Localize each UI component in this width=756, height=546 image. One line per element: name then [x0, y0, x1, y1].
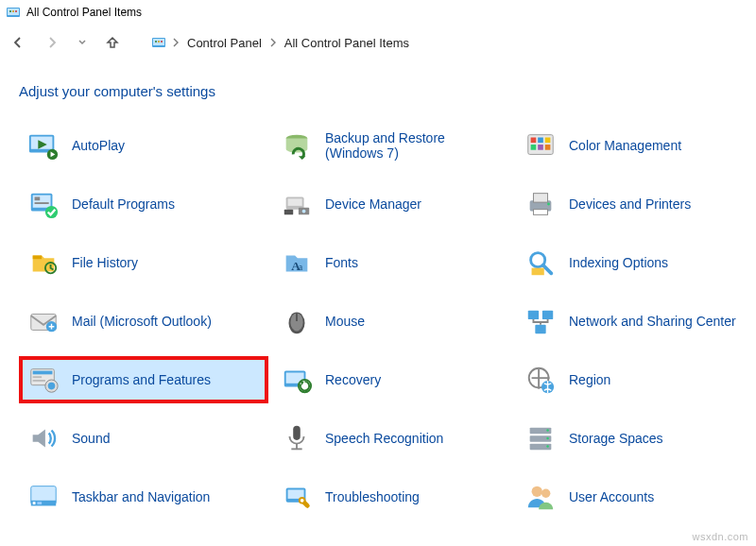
window-title: All Control Panel Items — [26, 6, 142, 19]
item-label: File History — [72, 255, 138, 270]
item-label: Programs and Features — [72, 372, 211, 387]
mouse-icon — [280, 304, 314, 338]
control-panel-item[interactable]: Programs and Features — [21, 358, 266, 401]
control-panel-item[interactable]: Taskbar and Navigation — [21, 475, 266, 519]
control-panel-item[interactable]: AutoPlay — [21, 124, 266, 167]
breadcrumb-root[interactable]: Control Panel — [185, 36, 264, 50]
item-label: Sound — [72, 431, 110, 446]
speech-icon — [280, 421, 314, 455]
items-grid: AutoPlayBackup and Restore (Windows 7)Co… — [19, 124, 737, 546]
work-folders-icon — [280, 538, 314, 546]
control-panel-item[interactable]: Indexing Options — [518, 241, 756, 284]
control-panel-item[interactable]: Troubleshooting — [274, 475, 510, 519]
control-panel-item[interactable]: Devices and Printers — [518, 182, 756, 226]
region-icon — [524, 363, 558, 397]
breadcrumb-current[interactable]: All Control Panel Items — [283, 36, 411, 50]
item-label: Troubleshooting — [325, 489, 420, 504]
indexing-options-icon — [524, 246, 558, 280]
control-panel-item[interactable]: Region — [518, 358, 756, 401]
item-label: Indexing Options — [569, 255, 668, 270]
item-label: Devices and Printers — [569, 196, 691, 212]
file-history-icon — [26, 246, 60, 280]
recovery-icon — [280, 363, 314, 397]
item-label: Recovery — [325, 372, 381, 387]
up-button[interactable] — [104, 34, 121, 51]
item-label: Backup and Restore (Windows 7) — [325, 130, 505, 161]
item-label: Network and Sharing Center — [569, 314, 736, 329]
user-accounts-icon — [524, 480, 558, 514]
sound-icon — [26, 421, 60, 455]
item-label: Speech Recognition — [325, 431, 443, 446]
devices-printers-icon — [524, 187, 558, 221]
control-panel-item[interactable]: Network and Sharing Center — [518, 299, 756, 343]
control-panel-item[interactable]: Default Programs — [21, 182, 266, 226]
device-manager-icon — [280, 187, 314, 221]
control-panel-item[interactable]: File History — [21, 241, 266, 284]
control-panel-item[interactable]: Mouse — [274, 299, 510, 343]
item-label: Mouse — [325, 314, 365, 329]
navigation-bar: Control Panel All Control Panel Items — [0, 25, 756, 60]
control-panel-item[interactable]: Device Manager — [274, 182, 510, 226]
item-label: Storage Spaces — [569, 431, 663, 446]
item-label: Taskbar and Navigation — [72, 489, 210, 504]
control-panel-item[interactable]: Backup and Restore (Windows 7) — [274, 124, 510, 167]
taskbar-icon — [26, 480, 60, 514]
item-label: Fonts — [325, 255, 358, 270]
address-bar[interactable]: Control Panel All Control Panel Items — [147, 29, 415, 56]
content-area: Adjust your computer's settings AutoPlay… — [0, 60, 756, 546]
control-panel-item[interactable]: Sound — [21, 417, 266, 460]
chevron-right-icon[interactable] — [269, 38, 277, 47]
control-panel-item[interactable]: Speech Recognition — [274, 417, 510, 460]
control-panel-item[interactable]: Windows Tools — [21, 534, 266, 546]
fonts-icon — [280, 246, 314, 280]
page-heading: Adjust your computer's settings — [19, 83, 737, 99]
item-label: Region — [569, 372, 610, 387]
item-label: AutoPlay — [72, 138, 125, 153]
backup-icon — [280, 128, 314, 162]
watermark: wsxdn.com — [692, 531, 748, 542]
autoplay-icon — [26, 128, 60, 162]
item-label: Default Programs — [72, 196, 175, 212]
network-icon — [524, 304, 558, 338]
control-panel-icon — [151, 35, 166, 50]
control-panel-item[interactable]: Mail (Microsoft Outlook) — [21, 299, 266, 343]
control-panel-item[interactable]: Storage Spaces — [518, 417, 756, 460]
control-panel-item[interactable]: Fonts — [274, 241, 510, 284]
control-panel-item[interactable]: Color Management — [518, 124, 756, 167]
control-panel-item[interactable]: Work Folders — [274, 534, 510, 546]
control-panel-icon — [6, 5, 21, 20]
item-label: Device Manager — [325, 196, 421, 212]
item-label: User Accounts — [569, 489, 654, 504]
recent-locations-button[interactable] — [77, 38, 87, 47]
item-label: Mail (Microsoft Outlook) — [72, 314, 212, 329]
window-titlebar: All Control Panel Items — [0, 0, 756, 25]
back-button[interactable] — [9, 34, 26, 51]
programs-features-icon — [26, 363, 60, 397]
troubleshooting-icon — [280, 480, 314, 514]
item-label: Color Management — [569, 138, 681, 153]
control-panel-item[interactable]: Recovery — [274, 358, 510, 401]
color-management-icon — [524, 128, 558, 162]
default-programs-icon — [26, 187, 60, 221]
control-panel-item[interactable]: User Accounts — [518, 475, 756, 519]
chevron-right-icon[interactable] — [172, 38, 180, 47]
forward-button[interactable] — [43, 34, 60, 51]
storage-icon — [524, 421, 558, 455]
windows-tools-icon — [26, 538, 60, 546]
mail-icon — [26, 304, 60, 338]
